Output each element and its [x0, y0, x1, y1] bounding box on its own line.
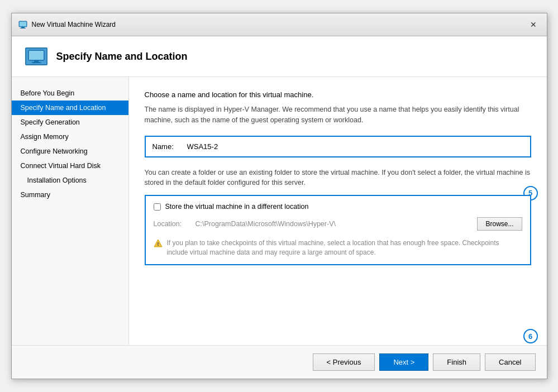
monitor-svg-icon: [27, 49, 45, 64]
sidebar-item-before-you-begin[interactable]: Before You Begin: [12, 86, 128, 101]
content-intro: Choose a name and location for this virt…: [145, 90, 531, 99]
title-bar-title: New Virtual Machine Wizard: [32, 21, 116, 28]
checkbox-label: Store the virtual machine in a different…: [165, 203, 309, 211]
sidebar-item-specify-generation[interactable]: Specify Generation: [12, 115, 128, 130]
svg-rect-3: [20, 22, 26, 26]
sidebar-item-connect-virtual-hard-disk[interactable]: Connect Virtual Hard Disk: [12, 159, 128, 173]
title-bar-icon: [18, 20, 27, 29]
svg-rect-1: [21, 27, 25, 28]
header-icon: [25, 47, 47, 65]
svg-rect-2: [20, 28, 26, 28]
svg-rect-7: [32, 62, 41, 63]
sidebar-item-installation-options[interactable]: Installation Options: [12, 173, 128, 188]
svg-rect-6: [34, 60, 39, 62]
warning-text: If you plan to take checkpoints of this …: [167, 238, 522, 257]
store-different-location-checkbox[interactable]: [154, 203, 161, 211]
location-label: Location:: [154, 220, 190, 228]
next-button[interactable]: Next >: [379, 353, 428, 371]
finish-button[interactable]: Finish: [433, 353, 480, 371]
content-description: The name is displayed in Hyper-V Manager…: [145, 104, 531, 126]
wizard-body: Before You BeginSpecify Name and Locatio…: [12, 77, 547, 345]
previous-button[interactable]: < Previous: [313, 353, 375, 371]
title-bar-left: New Virtual Machine Wizard: [18, 20, 116, 29]
browse-button[interactable]: Browse...: [477, 217, 522, 231]
location-row: Location: C:\ProgramData\Microsoft\Windo…: [154, 217, 522, 231]
cancel-button[interactable]: Cancel: [485, 353, 535, 371]
location-path: C:\ProgramData\Microsoft\Windows\Hyper-V…: [195, 220, 472, 228]
wizard-content: Choose a name and location for this virt…: [129, 77, 547, 345]
close-button[interactable]: ✕: [527, 18, 540, 31]
name-field-container: Name: 5: [145, 136, 531, 157]
title-bar: New Virtual Machine Wizard ✕: [12, 13, 547, 36]
location-box: Store the virtual machine in a different…: [145, 195, 531, 265]
badge-6: 6: [523, 329, 538, 343]
location-description: You can create a folder or use an existi…: [145, 168, 531, 189]
wizard-footer: < Previous Next > Finish Cancel: [12, 345, 547, 379]
page-title: Specify Name and Location: [56, 51, 188, 63]
warning-icon: !: [154, 239, 163, 248]
checkbox-row: Store the virtual machine in a different…: [154, 203, 522, 211]
svg-rect-5: [29, 51, 44, 60]
sidebar-item-assign-memory[interactable]: Assign Memory: [12, 130, 128, 144]
name-label: Name:: [152, 142, 180, 151]
wizard-window: New Virtual Machine Wizard ✕ Specify Nam…: [11, 13, 547, 379]
sidebar-item-summary[interactable]: Summary: [12, 188, 128, 202]
wizard-header: Specify Name and Location: [12, 36, 547, 77]
svg-text:!: !: [157, 241, 159, 247]
sidebar-item-specify-name-location[interactable]: Specify Name and Location: [12, 101, 128, 115]
sidebar-item-configure-networking[interactable]: Configure Networking: [12, 144, 128, 159]
wizard-sidebar: Before You BeginSpecify Name and Locatio…: [12, 77, 129, 345]
name-input[interactable]: [187, 142, 523, 151]
warning-row: ! If you plan to take checkpoints of thi…: [154, 238, 522, 257]
